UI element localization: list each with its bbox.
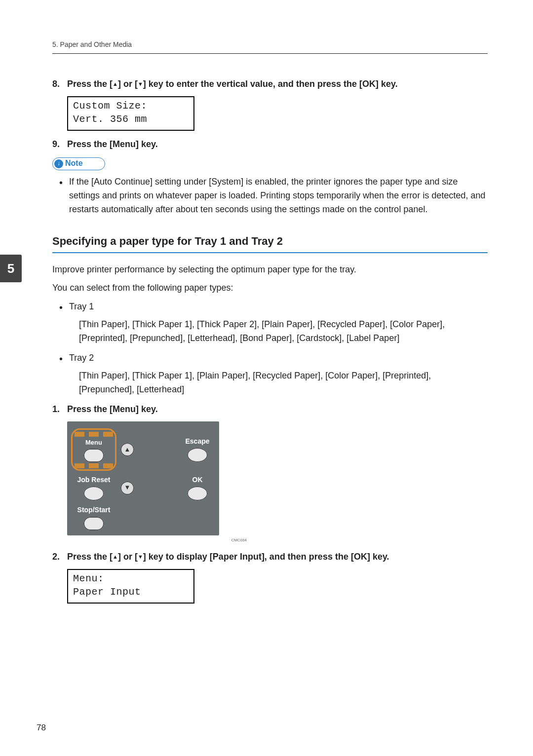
step-8: 8. Press the [▲] or [▼] key to enter the… [52,77,488,91]
tray-list: Tray 2 [52,351,488,365]
step-text: Press the [Menu] key. [67,138,488,151]
down-triangle-icon: ▼ [138,554,143,560]
t: ] or [ [118,552,138,562]
t: ] key to display [Paper Input], and then… [143,552,389,562]
lcd-line: Paper Input [73,585,189,599]
t: ] key to enter the vertical value, and t… [143,79,398,89]
control-panel-figure: Menu ▲ Escape Job Reset ▼ [67,421,488,536]
step-text: Press the [▲] or [▼] key to display [Pap… [67,550,488,564]
step-2: 2. Press the [▲] or [▼] key to display [… [52,550,488,564]
stopstart-button[interactable] [83,517,104,530]
t: Press the [ [67,79,113,89]
jobreset-label: Job Reset [77,475,111,486]
note-bullet: If the [Auto Continue] setting under [Sy… [69,175,488,217]
up-arrow-button[interactable]: ▲ [120,443,134,456]
tray-list: Tray 1 [52,300,488,314]
ok-label: OK [182,475,213,486]
section-rule [52,252,488,253]
menu-button-highlight: Menu [71,428,116,471]
step-number: 8. [52,77,67,91]
down-arrow-button[interactable]: ▼ [120,481,134,495]
step-text: Press the [▲] or [▼] key to enter the ve… [67,77,488,91]
tray-name: Tray 1 [69,302,94,311]
note-list: If the [Auto Continue] setting under [Sy… [52,175,488,217]
tray2-item: Tray 2 [69,351,488,365]
step-text: Press the [Menu] key. [67,403,488,416]
jobreset-group: Job Reset [71,475,116,501]
section-heading: Specifying a paper type for Tray 1 and T… [52,233,488,250]
step-1: 1. Press the [Menu] key. [52,403,488,416]
step-number: 9. [52,138,67,151]
figure-code: CMC034 [67,537,247,543]
header-rule [52,53,488,54]
down-triangle-icon: ▼ [138,81,143,87]
up-triangle-icon: ▲ [113,554,118,560]
lcd-line: Vert. 356 mm [73,113,189,126]
escape-label: Escape [182,436,213,447]
ok-group: OK [182,475,213,501]
control-panel: Menu ▲ Escape Job Reset ▼ [67,421,219,536]
tray1-types: [Thin Paper], [Thick Paper 1], [Thick Pa… [52,318,488,345]
decorative-bars-icon [75,463,113,468]
t: ] or [ [118,79,138,89]
stopstart-group: Stop/Start [71,505,116,530]
menu-button[interactable] [83,449,104,462]
lcd-display: Custom Size: Vert. 356 mm [67,96,194,131]
decorative-bars-icon [75,432,113,437]
ok-button[interactable] [187,486,208,501]
escape-button[interactable] [187,448,208,462]
tray2-types: [Thin Paper], [Thick Paper 1], [Plain Pa… [52,369,488,397]
up-triangle-icon: ▲ [113,81,118,87]
page-number: 78 [37,721,46,734]
tray-name: Tray 2 [69,353,94,363]
step-9: 9. Press the [Menu] key. [52,138,488,151]
step-number: 1. [52,403,67,416]
intro-paragraph: You can select from the following paper … [52,281,488,295]
note-badge: ↓ Note [52,157,105,170]
lcd-display: Menu: Paper Input [67,569,194,604]
t: Press the [ [67,552,113,562]
lcd-line: Menu: [73,572,189,585]
down-arrow-icon: ↓ [54,159,63,168]
note-label: Note [65,157,83,170]
tray1-item: Tray 1 [69,300,488,314]
escape-group: Escape [182,436,213,463]
jobreset-button[interactable] [83,486,104,501]
step-number: 2. [52,550,67,564]
stopstart-label: Stop/Start [77,505,111,516]
intro-paragraph: Improve printer performance by selecting… [52,263,488,277]
lcd-line: Custom Size: [73,99,189,113]
menu-label: Menu [85,438,102,448]
running-header: 5. Paper and Other Media [52,39,488,50]
